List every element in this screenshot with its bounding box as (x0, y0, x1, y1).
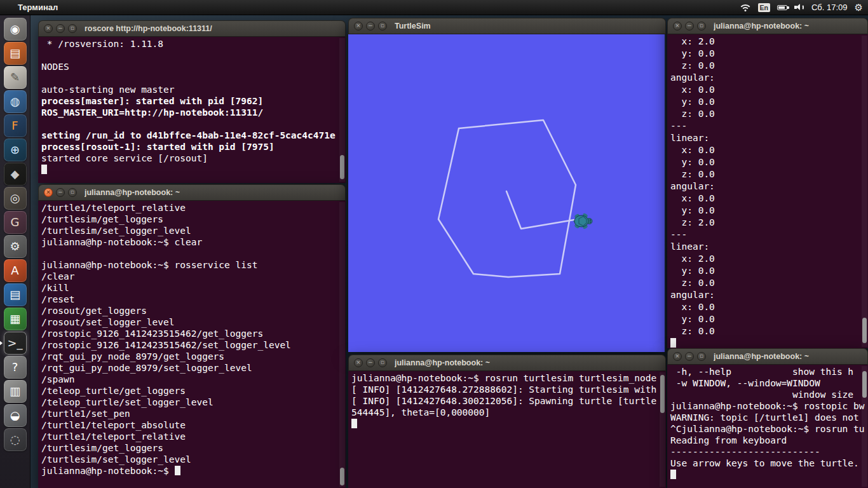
maximize-icon[interactable]: ▫ (697, 22, 706, 30)
launcher-item-inkscape[interactable]: ◆ (4, 163, 27, 186)
battery-icon[interactable] (777, 5, 787, 10)
terminal-line: x: 2.0 (670, 36, 868, 48)
titlebar-roscore[interactable]: × − ▫ roscore http://hp-notebook:11311/ (38, 20, 346, 37)
launcher-item-gimp[interactable]: G (4, 211, 27, 234)
minimize-icon[interactable]: − (685, 352, 694, 361)
scrollbar[interactable] (339, 38, 345, 182)
terminal-line: /rqt_gui_py_node_8979/get_loggers (41, 351, 346, 362)
terminal-line: WARNING: topic [/turtle1] does not (670, 412, 868, 423)
close-icon[interactable]: × (354, 358, 363, 367)
close-icon[interactable]: × (673, 22, 682, 30)
close-icon[interactable]: × (354, 22, 363, 30)
terminal-output-bottom-right[interactable]: -h, --help show this h -w WINDOW, --wind… (667, 365, 868, 488)
scrollbar[interactable] (339, 202, 345, 487)
terminal-line: /turtlesim/set_logger_level (41, 454, 346, 465)
titlebar-terminal-bottom-center[interactable]: × − ▫ julianna@hp-notebook: ~ (348, 355, 666, 371)
launcher-item-text-editor[interactable]: ✎ (4, 66, 27, 89)
session-gear-icon[interactable] (855, 2, 863, 13)
launcher-item-disk-utility[interactable]: ◒ (4, 404, 27, 427)
scrollbar-thumb[interactable] (340, 468, 344, 485)
launcher-item-terminal[interactable]: >_ (4, 332, 27, 355)
titlebar-terminal-bottom-right[interactable]: × − ▫ julianna@hp-notebook: ~ (667, 348, 868, 365)
scrollbar-thumb[interactable] (660, 375, 665, 413)
close-icon[interactable]: × (44, 188, 53, 197)
minimize-icon[interactable]: − (56, 24, 65, 33)
scrollbar-thumb[interactable] (340, 155, 344, 179)
launcher-item-dash-home[interactable]: ◉ (4, 18, 27, 41)
close-icon[interactable]: × (44, 24, 53, 33)
text-cursor (175, 466, 180, 475)
terminal-line (670, 469, 868, 480)
network-wifi-icon[interactable] (740, 3, 751, 11)
blue-app-icon: ◍ (10, 96, 20, 107)
launcher-item-screenshot-tool[interactable]: ◎ (4, 187, 27, 210)
maximize-icon[interactable]: ▫ (68, 188, 77, 197)
minimize-icon[interactable]: − (685, 22, 694, 30)
launcher-item-help[interactable]: ? (4, 356, 27, 379)
window-terminal-left: × − ▫ julianna@hp-notebook: ~ /turtle1/t… (38, 184, 346, 488)
terminal-line: y: 0.0 (670, 205, 868, 217)
launcher-item-software-center[interactable]: A (4, 259, 27, 282)
launcher-item-firefox[interactable]: F (4, 114, 27, 137)
minimize-icon[interactable]: − (56, 188, 65, 197)
titlebar-terminal-right[interactable]: × − ▫ julianna@hp-notebook: ~ (667, 18, 868, 34)
minimize-icon[interactable]: − (366, 22, 375, 30)
volume-icon[interactable] (794, 3, 804, 11)
terminal-line: julianna@hp-notebook:~$ rostopic bw (670, 400, 868, 412)
terminal-line: /rostopic_9126_1412423515462/get_loggers (41, 328, 346, 339)
terminal-output-roscore[interactable]: * /rosversion: 1.11.8 NODES auto-startin… (38, 37, 346, 183)
launcher-item-writer[interactable]: ▤ (4, 283, 27, 306)
terminal-line: /turtle1/set_pen (41, 408, 346, 419)
terminal-line: /kill (41, 282, 346, 294)
launcher-item-web-browser[interactable]: ⊕ (4, 139, 27, 161)
terminal-output-right[interactable]: x: 2.0 y: 0.0 z: 0.0angular: x: 0.0 y: 0… (667, 34, 868, 348)
titlebar-turtlesim[interactable]: × − ▫ TurtleSim (348, 18, 666, 34)
terminal-line: /rostopic_9126_1412423515462/set_logger_… (41, 339, 346, 351)
terminal-line: -h, --help show this h (670, 366, 868, 377)
clock[interactable]: Сб. 17:09 (811, 3, 848, 12)
launcher-item-calc[interactable]: ▦ (4, 308, 27, 330)
launcher-item-files[interactable]: ▤ (4, 42, 27, 65)
maximize-icon[interactable]: ▫ (378, 358, 387, 367)
scrollbar[interactable] (862, 366, 867, 487)
indicator-tray: En Сб. 17:09 (740, 2, 868, 13)
maximize-icon[interactable]: ▫ (697, 352, 706, 361)
terminal-line: [ INFO] [1412427648.300212056]: Spawning… (351, 395, 666, 407)
robot-app-icon: ⚙ (10, 241, 20, 252)
terminal-line: y: 0.0 (670, 48, 868, 60)
terminal-line (41, 118, 346, 130)
terminal-line: /turtlesim/set_logger_level (41, 225, 346, 236)
terminal-line: z: 0.0 (670, 325, 868, 337)
archive-icon: ▥ (10, 386, 20, 397)
launcher-item-trash[interactable]: ◌ (4, 428, 27, 451)
terminal-line: /turtle1/teleport_relative (41, 202, 346, 214)
screenshot-tool-icon: ◎ (10, 193, 20, 204)
terminal-line (41, 50, 346, 61)
text-editor-icon: ✎ (10, 72, 20, 83)
help-icon: ? (12, 362, 18, 373)
launcher-item-robot-app[interactable]: ⚙ (4, 235, 27, 258)
maximize-icon[interactable]: ▫ (68, 24, 77, 33)
terminal-output-left[interactable]: /turtle1/teleport_relative/turtlesim/get… (38, 201, 346, 488)
panel-app-title: Терминал (18, 3, 58, 12)
terminal-line: [ INFO] [1412427648.272888602]: Starting… (351, 384, 666, 395)
close-icon[interactable]: × (673, 352, 682, 361)
terminal-output-bottom-center[interactable]: julianna@hp-notebook:~$ rosrun turtlesim… (348, 371, 666, 488)
terminal-line: 544445], theta=[0,000000] (351, 407, 666, 418)
minimize-icon[interactable]: − (366, 358, 375, 367)
scrollbar-thumb[interactable] (862, 318, 867, 343)
terminal-line: --- (670, 229, 868, 241)
scrollbar[interactable] (862, 36, 867, 347)
launcher-item-blue-app[interactable]: ◍ (4, 90, 27, 113)
launcher-item-archive[interactable]: ▥ (4, 380, 27, 403)
pen-path-outer (438, 120, 576, 277)
keyboard-layout-indicator[interactable]: En (758, 3, 770, 12)
scrollbar-thumb[interactable] (862, 371, 867, 398)
terminal-line: Reading from keyboard (670, 435, 868, 446)
maximize-icon[interactable]: ▫ (378, 22, 387, 30)
pen-path-inner (506, 191, 574, 229)
titlebar-terminal-left[interactable]: × − ▫ julianna@hp-notebook: ~ (38, 184, 346, 201)
scrollbar[interactable] (660, 372, 665, 487)
window-turtlesim: × − ▫ TurtleSim (348, 18, 666, 352)
terminal-line: y: 0.0 (670, 156, 868, 168)
